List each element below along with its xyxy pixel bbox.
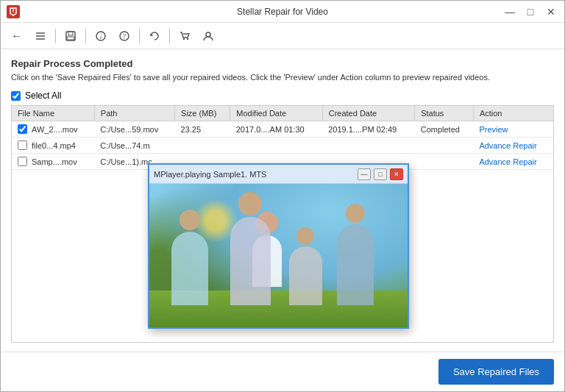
row-checkbox-1[interactable]: [18, 124, 27, 134]
maximize-button[interactable]: □: [523, 4, 538, 19]
head-4: [346, 204, 365, 223]
cell-action-1: Preview: [473, 121, 553, 138]
svg-rect-5: [66, 32, 75, 40]
row-checkbox-2[interactable]: [18, 140, 27, 150]
mplayer-close-button[interactable]: ✕: [390, 168, 403, 180]
mplayer-maximize-button[interactable]: □: [374, 168, 387, 180]
close-button[interactable]: ✕: [544, 4, 558, 19]
app-icon: [7, 5, 20, 18]
cell-modified-2: [230, 138, 322, 154]
preview-link-1[interactable]: Preview: [479, 125, 508, 134]
status-title: Repair Process Completed: [11, 58, 554, 69]
person-2: [230, 217, 271, 305]
menu-button[interactable]: [30, 26, 51, 46]
sep2: [85, 29, 86, 43]
svg-point-14: [206, 32, 210, 37]
window-title: Stellar Repair for Video: [237, 7, 328, 17]
mplayer-titlebar: MPlayer.playing Sample1. MTS — □ ✕: [149, 165, 408, 184]
cell-status-1: Completed: [415, 121, 474, 138]
help-button[interactable]: ?: [114, 26, 135, 46]
mplayer-controls: — □ ✕: [358, 168, 403, 180]
col-header-modified: Modified Date: [230, 106, 322, 121]
minimize-button[interactable]: —: [502, 4, 517, 19]
cell-filename-1: AW_2....mov: [12, 121, 94, 138]
advance-repair-link-2[interactable]: Advance Repair: [479, 141, 536, 150]
col-header-filename: File Name: [12, 106, 94, 121]
main-window: Stellar Repair for Video — □ ✕ ← i ?: [0, 0, 565, 392]
svg-point-13: [187, 38, 188, 39]
col-header-action: Action: [473, 106, 553, 121]
mplayer-video-area: [149, 184, 408, 327]
person-4: [337, 224, 374, 305]
select-all-label: Select All: [25, 90, 61, 101]
refresh-button[interactable]: [144, 26, 165, 46]
table-row: file0...4.mp4 C:/Use...74.m Advance Repa…: [12, 138, 553, 154]
cell-action-2: Advance Repair: [473, 138, 553, 154]
profile-button[interactable]: [198, 26, 218, 46]
sep4: [169, 29, 170, 43]
svg-point-12: [183, 38, 185, 39]
cell-status-2: [415, 138, 474, 154]
col-header-size: Size (MB): [175, 106, 230, 121]
select-all-checkbox[interactable]: [11, 91, 21, 101]
window-controls: — □ ✕: [502, 4, 558, 19]
sep1: [55, 29, 56, 43]
svg-rect-7: [67, 37, 74, 40]
cell-size-2: [175, 138, 230, 154]
head-2: [238, 192, 262, 215]
person-3: [289, 246, 322, 305]
advance-repair-link-3[interactable]: Advance Repair: [479, 157, 536, 166]
cell-path-1: C:/Use...59.mov: [94, 121, 174, 138]
mplayer-minimize-button[interactable]: —: [358, 168, 371, 180]
cell-size-1: 23.25: [175, 121, 230, 138]
head-3: [296, 227, 314, 245]
save-toolbar-button[interactable]: [60, 26, 81, 46]
cell-filename-2: file0...4.mp4: [12, 138, 94, 154]
cart-button[interactable]: [174, 26, 195, 46]
svg-text:?: ?: [123, 32, 127, 40]
head-1: [180, 210, 200, 230]
col-header-created: Created Date: [322, 106, 414, 121]
toolbar: ← i ?: [1, 23, 564, 49]
select-all-row: Select All: [11, 90, 554, 101]
back-button[interactable]: ←: [7, 26, 27, 46]
mplayer-window: MPlayer.playing Sample1. MTS — □ ✕: [148, 163, 409, 329]
svg-text:i: i: [100, 33, 102, 40]
cell-filename-3: Samp....mov: [12, 154, 94, 170]
title-bar: Stellar Repair for Video — □ ✕: [1, 1, 564, 23]
row-checkbox-3[interactable]: [18, 157, 27, 166]
mplayer-title: MPlayer.playing Sample1. MTS: [154, 170, 266, 179]
content-area: Repair Process Completed Click on the 'S…: [1, 49, 564, 352]
sep3: [139, 29, 140, 43]
cell-created-1: 2019.1....PM 02:49: [322, 121, 414, 138]
person-1: [171, 232, 208, 305]
info-button[interactable]: i: [90, 26, 111, 46]
title-bar-left: [7, 5, 20, 18]
file-table: File Name Path Size (MB) Modified Date C…: [12, 106, 553, 170]
table-header-row: File Name Path Size (MB) Modified Date C…: [12, 106, 553, 121]
cell-path-2: C:/Use...74.m: [94, 138, 174, 154]
save-repaired-files-button[interactable]: Save Repaired Files: [438, 359, 554, 385]
cell-created-2: [322, 138, 414, 154]
cell-modified-1: 2017.0....AM 01:30: [230, 121, 322, 138]
status-description: Click on the 'Save Repaired Files' to sa…: [11, 72, 554, 83]
col-header-path: Path: [94, 106, 174, 121]
footer: Save Repaired Files: [1, 352, 564, 391]
col-header-status: Status: [415, 106, 474, 121]
cell-status-3: [415, 154, 474, 170]
table-row: AW_2....mov C:/Use...59.mov 23.25 2017.0…: [12, 121, 553, 138]
cell-action-3: Advance Repair: [473, 154, 553, 170]
